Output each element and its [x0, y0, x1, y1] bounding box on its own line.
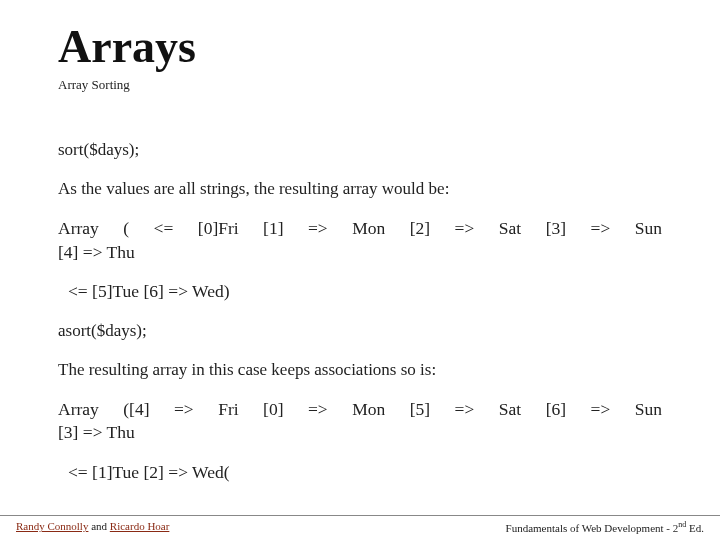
- footer-left: Randy Connolly and Ricardo Hoar: [16, 520, 169, 534]
- author-2: Ricardo Hoar: [110, 520, 170, 532]
- desc-2: The resulting array in this case keeps a…: [58, 359, 662, 382]
- book-title-pre: Fundamentals of Web Development - 2: [506, 522, 679, 534]
- array-1-line2: [4] => Thu: [58, 241, 662, 265]
- footer-conj: and: [88, 520, 109, 532]
- array-1-line3: <= [5]Tue [6] => Wed): [58, 280, 662, 304]
- code-sort: sort($days);: [58, 139, 662, 162]
- slide-body: sort($days); As the values are all strin…: [58, 139, 662, 485]
- array-2-line1: Array ([4] => Fri [0] => Mon [5] => Sat …: [58, 398, 662, 422]
- array-block-1: Array ( <= [0]Fri [1] => Mon [2] => Sat …: [58, 217, 662, 264]
- slide-subtitle: Array Sorting: [58, 77, 662, 93]
- array-2-line3: <= [1]Tue [2] => Wed(: [58, 461, 662, 485]
- slide: Arrays Array Sorting sort($days); As the…: [0, 0, 720, 540]
- array-2-line2: [3] => Thu: [58, 421, 662, 445]
- author-1: Randy Connolly: [16, 520, 88, 532]
- code-asort: asort($days);: [58, 320, 662, 343]
- footer: Randy Connolly and Ricardo Hoar Fundamen…: [0, 515, 720, 540]
- array-block-2: Array ([4] => Fri [0] => Mon [5] => Sat …: [58, 398, 662, 445]
- slide-title: Arrays: [58, 20, 662, 73]
- footer-right: Fundamentals of Web Development - 2nd Ed…: [506, 520, 704, 534]
- book-title-post: Ed.: [686, 522, 704, 534]
- desc-1: As the values are all strings, the resul…: [58, 178, 662, 201]
- array-1-line1: Array ( <= [0]Fri [1] => Mon [2] => Sat …: [58, 217, 662, 241]
